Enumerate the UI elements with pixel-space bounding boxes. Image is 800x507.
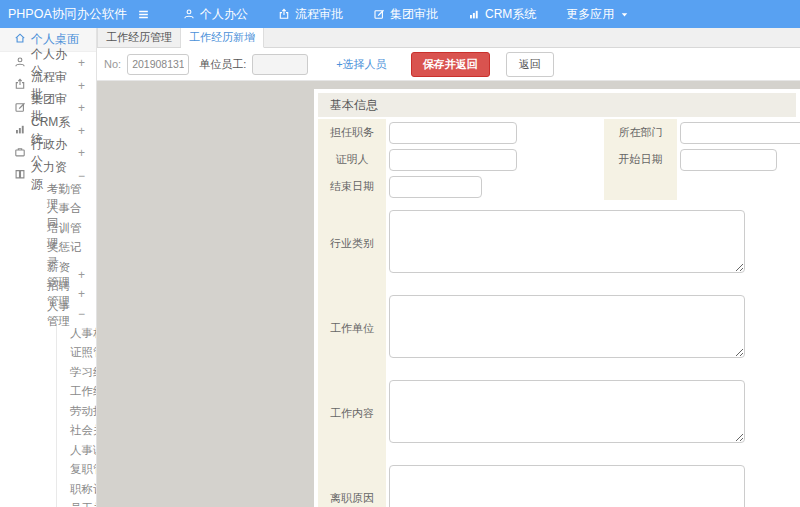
sidebar-item-work-experience[interactable]: 工作经历: [57, 382, 96, 402]
leave-reason-textarea[interactable]: [389, 465, 745, 507]
expand-plus-icon[interactable]: +: [78, 287, 85, 301]
edit-icon: [373, 8, 385, 20]
start-date-label: 开始日期: [604, 146, 677, 173]
expand-plus-icon[interactable]: +: [78, 124, 85, 138]
form-row: 离职原因: [318, 456, 796, 507]
hr-submenu: 考勤管理 人事合同 培训管理 奖惩记录 薪资管理 + 招聘管理 +: [0, 187, 96, 507]
section-title: 基本信息: [318, 93, 796, 117]
sidebar-item-label: 证照管理: [70, 345, 97, 360]
app-logo: PHPOA协同办公软件: [0, 6, 128, 23]
personnel-submenu: 人事档案管理 证照管理 学习经历 工作经历 劳动技能 社会关系 人事调动 复职管…: [56, 324, 96, 507]
caret-down-icon: [619, 9, 630, 20]
return-button[interactable]: 返回: [506, 52, 554, 77]
expand-plus-icon[interactable]: +: [78, 79, 85, 93]
no-input[interactable]: [127, 54, 189, 75]
tab-work-experience-create[interactable]: 工作经历新增: [181, 28, 264, 48]
sidebar-item-social-relations[interactable]: 社会关系: [57, 421, 96, 441]
workflow-icon: [278, 8, 290, 20]
sidebar-item-title-evaluation[interactable]: 职称评定: [57, 480, 96, 500]
sidebar-item-personnel-mgmt[interactable]: 人事管理 −: [0, 304, 96, 324]
start-date-input[interactable]: [680, 149, 777, 171]
navbar-menu: 个人办公 流程审批 集团审批 CRM系统 更多应用: [168, 0, 645, 28]
collapse-minus-icon[interactable]: −: [78, 307, 85, 321]
nav-item-group-approval[interactable]: 集团审批: [358, 0, 453, 28]
main-area: 个人桌面 个人办公 + 流程审批 + 集团审批 + CRM系统 + 行政办公 +: [0, 28, 800, 507]
form-row: 工作单位: [318, 286, 796, 371]
sidebar-item-label: 人事调动: [70, 443, 97, 458]
save-and-return-button[interactable]: 保存并返回: [411, 52, 490, 77]
nav-label: 更多应用: [566, 6, 614, 23]
position-input[interactable]: [389, 122, 517, 144]
company-textarea[interactable]: [389, 295, 745, 358]
home-icon: [14, 32, 26, 47]
expand-plus-icon[interactable]: +: [78, 101, 85, 115]
sidebar-item-certificate-mgmt[interactable]: 证照管理: [57, 343, 96, 363]
industry-label: 行业类别: [318, 200, 386, 286]
chart-icon: [468, 8, 480, 20]
content-body: 基本信息 担任职务 所在部门 证明人 开始日期: [97, 81, 800, 507]
select-person-link[interactable]: +选择人员: [336, 57, 386, 72]
leave-reason-label: 离职原因: [318, 456, 386, 507]
basic-info-form: 担任职务 所在部门 证明人 开始日期 结束日期: [318, 119, 796, 507]
company-label: 工作单位: [318, 286, 386, 371]
expand-plus-icon[interactable]: +: [78, 146, 85, 160]
sidebar-item-employee-care[interactable]: 员工关怀: [57, 499, 96, 507]
top-navbar: PHPOA协同办公软件 个人办公 流程审批 集团审批 CRM系统 更多应用: [0, 0, 800, 28]
end-date-label: 结束日期: [318, 173, 386, 200]
sidebar-item-label: 职称评定: [70, 482, 97, 497]
nav-label: 集团审批: [390, 6, 438, 23]
edit-icon: [14, 101, 26, 116]
collapse-minus-icon[interactable]: −: [78, 169, 85, 183]
spacer-cell: [604, 173, 677, 200]
department-label: 所在部门: [604, 119, 677, 146]
expand-plus-icon[interactable]: +: [78, 56, 85, 70]
work-content-textarea[interactable]: [389, 380, 745, 443]
end-date-input[interactable]: [389, 176, 482, 198]
form-row: 工作内容: [318, 371, 796, 456]
employee-input[interactable]: [252, 54, 308, 75]
tab-work-experience-manage[interactable]: 工作经历管理: [97, 28, 181, 47]
nav-item-workflow-approval[interactable]: 流程审批: [263, 0, 358, 28]
form-panel: 基本信息 担任职务 所在部门 证明人 开始日期: [314, 89, 800, 507]
sidebar-item-labor-skills[interactable]: 劳动技能: [57, 402, 96, 422]
nav-label: 流程审批: [295, 6, 343, 23]
form-row: 担任职务 所在部门: [318, 119, 796, 146]
form-row: 证明人 开始日期: [318, 146, 796, 173]
sidebar-item-label: 员工关怀: [70, 501, 97, 507]
hamburger-icon: [137, 8, 150, 21]
form-row: 行业类别: [318, 200, 796, 286]
no-label: No:: [104, 58, 121, 70]
book-icon: [14, 168, 26, 183]
position-label: 担任职务: [318, 119, 386, 146]
briefcase-icon: [14, 146, 26, 161]
witness-label: 证明人: [318, 146, 386, 173]
chart-icon: [14, 123, 26, 138]
sidebar-toggle-button[interactable]: [128, 8, 158, 21]
nav-label: CRM系统: [485, 6, 536, 23]
workflow-icon: [14, 78, 26, 93]
sidebar-item-label: 人事管理: [47, 299, 78, 329]
sidebar-item-label: 社会关系: [70, 423, 97, 438]
toolbar: No: 单位员工: +选择人员 保存并返回 返回: [97, 48, 800, 81]
user-icon: [14, 56, 26, 71]
department-input[interactable]: [680, 122, 800, 144]
work-content-label: 工作内容: [318, 371, 386, 456]
content-area: 工作经历管理 工作经历新增 No: 单位员工: +选择人员 保存并返回 返回 基…: [97, 28, 800, 507]
nav-item-crm[interactable]: CRM系统: [453, 0, 551, 28]
sidebar-item-label: 劳动技能: [70, 404, 97, 419]
sidebar-item-reinstatement-mgmt[interactable]: 复职管理: [57, 460, 96, 480]
nav-item-personal-office[interactable]: 个人办公: [168, 0, 263, 28]
tab-bar: 工作经历管理 工作经历新增: [97, 28, 800, 48]
nav-item-more-apps[interactable]: 更多应用: [551, 0, 645, 28]
sidebar-item-personnel-transfer[interactable]: 人事调动: [57, 441, 96, 461]
expand-plus-icon[interactable]: +: [78, 268, 85, 282]
user-icon: [183, 8, 195, 20]
industry-textarea[interactable]: [389, 210, 745, 273]
nav-label: 个人办公: [200, 6, 248, 23]
spacer-cell: [677, 173, 796, 200]
sidebar-item-label: 工作经历: [70, 384, 97, 399]
witness-input[interactable]: [389, 149, 517, 171]
sidebar-item-label: 人事档案管理: [70, 326, 97, 341]
sidebar-item-study-experience[interactable]: 学习经历: [57, 363, 96, 383]
employee-label: 单位员工:: [199, 57, 246, 72]
